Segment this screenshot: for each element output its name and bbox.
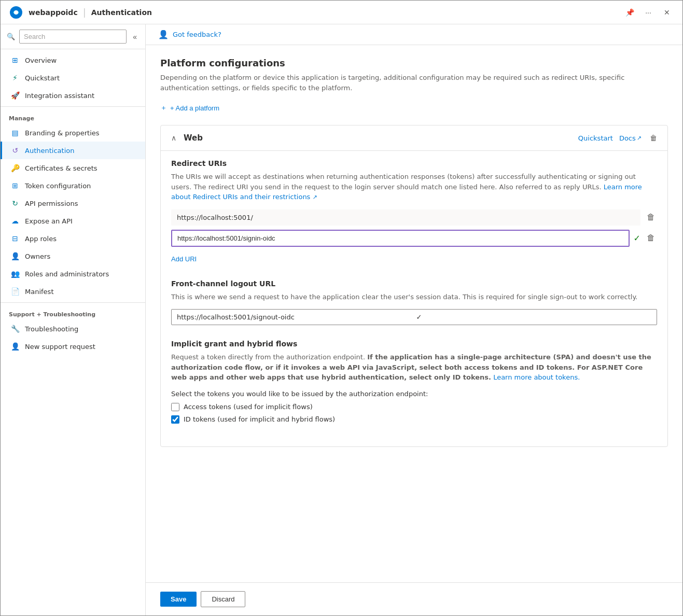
sidebar-item-label: Authentication bbox=[25, 147, 74, 155]
trash-uri-2-icon: 🗑 bbox=[647, 233, 655, 243]
manifest-icon: 📄 bbox=[10, 287, 20, 296]
close-icon: ✕ bbox=[664, 8, 670, 17]
owners-icon: 👤 bbox=[10, 251, 20, 261]
add-platform-button[interactable]: ＋ + Add a platform bbox=[160, 101, 219, 115]
sidebar-item-manifest[interactable]: 📄 Manifest bbox=[1, 283, 145, 300]
collapse-web-button[interactable]: ∧ bbox=[169, 132, 178, 144]
search-icon: 🔍 bbox=[7, 33, 15, 40]
implicit-section: Implicit grant and hybrid flows Request … bbox=[171, 340, 657, 424]
sidebar-item-api-permissions[interactable]: ↻ API permissions bbox=[1, 194, 145, 212]
sidebar-item-new-support[interactable]: 👤 New support request bbox=[1, 338, 145, 355]
logout-url-row: https://localhost:5001/signout-oidc ✓ bbox=[171, 309, 657, 325]
title-actions: 📌 ··· ✕ bbox=[622, 5, 674, 20]
sidebar-item-authentication[interactable]: ↺ Authentication bbox=[1, 142, 145, 159]
uri-row-1: https://localhost:5001/ 🗑 bbox=[171, 209, 657, 226]
sidebar-item-integration[interactable]: 🚀 Integration assistant bbox=[1, 87, 145, 104]
learn-more-tokens-text: Learn more about tokens. bbox=[493, 373, 580, 381]
uri-check-icon: ✓ bbox=[634, 233, 640, 243]
redirect-desc-text: The URIs we will accept as destinations … bbox=[171, 173, 636, 191]
pin-button[interactable]: 📌 bbox=[622, 5, 637, 20]
feedback-bar: 👤 Got feedback? bbox=[146, 24, 682, 45]
web-title: Web bbox=[184, 133, 573, 143]
expose-icon: ☁ bbox=[10, 216, 20, 226]
feedback-icon: 👤 bbox=[158, 30, 169, 39]
add-platform-label: + Add a platform bbox=[170, 104, 219, 112]
svg-point-1 bbox=[14, 10, 18, 15]
uri-value-1: https://localhost:5001/ bbox=[171, 209, 640, 226]
delete-uri-1-button[interactable]: 🗑 bbox=[645, 211, 657, 224]
nav-divider-1 bbox=[1, 106, 145, 107]
sidebar-item-label: Troubleshooting bbox=[25, 325, 78, 333]
web-card-body: Redirect URIs The URIs we will accept as… bbox=[161, 151, 667, 446]
sidebar-item-owners[interactable]: 👤 Owners bbox=[1, 247, 145, 265]
access-tokens-row: Access tokens (used for implicit flows) bbox=[171, 403, 657, 411]
implicit-title: Implicit grant and hybrid flows bbox=[171, 340, 657, 348]
collapse-icon: « bbox=[133, 33, 137, 41]
web-card-header: ∧ Web Quickstart Docs ↗ 🗑 bbox=[161, 125, 667, 151]
rocket-icon: 🚀 bbox=[10, 91, 20, 100]
sidebar-item-label: Overview bbox=[25, 57, 57, 64]
api-icon: ↻ bbox=[10, 199, 20, 208]
docs-link[interactable]: Docs ↗ bbox=[619, 134, 642, 142]
wrench-icon: 🔧 bbox=[10, 324, 20, 333]
sidebar-item-overview[interactable]: ⊞ Overview bbox=[1, 51, 145, 69]
external-link-icon-2: ↗ bbox=[313, 194, 317, 201]
content-area: 👤 Got feedback? Platform configurations … bbox=[146, 24, 682, 615]
sidebar-nav: ⊞ Overview ⚡ Quickstart 🚀 Integration as… bbox=[1, 49, 145, 615]
uri-input-2[interactable] bbox=[171, 230, 630, 247]
save-button[interactable]: Save bbox=[160, 592, 197, 607]
sidebar-item-certificates[interactable]: 🔑 Certificates & secrets bbox=[1, 159, 145, 177]
app-window: webappoidc | Authentication 📌 ··· ✕ 🔍 « bbox=[0, 0, 683, 616]
sidebar-item-quickstart[interactable]: ⚡ Quickstart bbox=[1, 69, 145, 87]
sidebar-item-label: Branding & properties bbox=[25, 129, 100, 137]
close-button[interactable]: ✕ bbox=[660, 5, 674, 20]
sidebar-item-label: Owners bbox=[25, 253, 50, 260]
id-tokens-row: ID tokens (used for implicit and hybrid … bbox=[171, 415, 657, 424]
sidebar-item-app-roles[interactable]: ⊟ App roles bbox=[1, 230, 145, 247]
sidebar-item-token-config[interactable]: ⊞ Token configuration bbox=[1, 177, 145, 194]
sidebar-item-expose-api[interactable]: ☁ Expose an API bbox=[1, 212, 145, 230]
sidebar-item-label: Certificates & secrets bbox=[25, 164, 97, 172]
access-tokens-label: Access tokens (used for implicit flows) bbox=[184, 403, 313, 411]
redirect-uris-section: Redirect URIs The URIs we will accept as… bbox=[171, 159, 657, 265]
sidebar-item-label: New support request bbox=[25, 343, 95, 351]
more-button[interactable]: ··· bbox=[641, 5, 656, 20]
sidebar-item-roles-admins[interactable]: 👥 Roles and administrators bbox=[1, 265, 145, 283]
web-card: ∧ Web Quickstart Docs ↗ 🗑 bbox=[160, 125, 668, 447]
sidebar-item-branding[interactable]: ▤ Branding & properties bbox=[1, 124, 145, 142]
feedback-link[interactable]: Got feedback? bbox=[173, 31, 221, 38]
sidebar-item-troubleshooting[interactable]: 🔧 Troubleshooting bbox=[1, 320, 145, 338]
delete-uri-2-button[interactable]: 🗑 bbox=[645, 231, 657, 245]
trash-uri-1-icon: 🗑 bbox=[647, 213, 655, 222]
delete-web-button[interactable]: 🗑 bbox=[648, 132, 659, 144]
add-uri-label: Add URI bbox=[171, 255, 197, 263]
learn-more-tokens-link[interactable]: Learn more about tokens. bbox=[493, 373, 580, 381]
id-tokens-checkbox[interactable] bbox=[171, 415, 179, 424]
quickstart-link[interactable]: Quickstart bbox=[578, 134, 613, 142]
discard-button[interactable]: Discard bbox=[201, 591, 245, 607]
support-icon: 👤 bbox=[10, 342, 20, 351]
key-icon: 🔑 bbox=[10, 163, 20, 173]
manage-section-label: Manage bbox=[1, 109, 145, 124]
sidebar-item-label: Manifest bbox=[25, 288, 53, 296]
front-channel-section: Front-channel logout URL This is where w… bbox=[171, 279, 657, 326]
sidebar-item-label: Expose an API bbox=[25, 217, 73, 225]
more-icon: ··· bbox=[645, 8, 651, 17]
app-logo bbox=[9, 5, 23, 20]
approles-icon: ⊟ bbox=[10, 234, 20, 243]
sidebar-item-label: Roles and administrators bbox=[25, 270, 109, 278]
redirect-title: Redirect URIs bbox=[171, 159, 657, 167]
access-tokens-checkbox[interactable] bbox=[171, 403, 179, 411]
app-name: webappoidc bbox=[29, 8, 78, 17]
search-input[interactable] bbox=[19, 30, 127, 44]
chevron-up-icon: ∧ bbox=[171, 134, 176, 142]
auth-icon: ↺ bbox=[10, 146, 20, 155]
branding-icon: ▤ bbox=[10, 128, 20, 137]
add-uri-button[interactable]: Add URI bbox=[171, 253, 197, 265]
sidebar-search-bar: 🔍 « bbox=[1, 24, 145, 49]
quickstart-icon: ⚡ bbox=[10, 73, 20, 82]
front-channel-desc: This is where we send a request to have … bbox=[171, 292, 657, 302]
collapse-sidebar-button[interactable]: « bbox=[131, 31, 139, 43]
pin-icon: 📌 bbox=[625, 8, 634, 17]
id-tokens-label: ID tokens (used for implicit and hybrid … bbox=[184, 415, 335, 423]
